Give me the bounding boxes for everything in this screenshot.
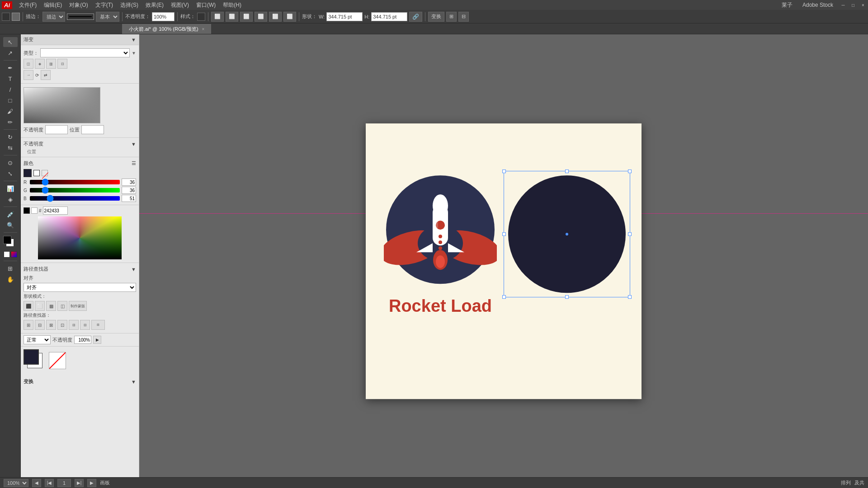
menu-select[interactable]: 选择(S) bbox=[117, 1, 142, 9]
stroke-swatch[interactable] bbox=[2, 13, 10, 21]
handle-mid-right[interactable] bbox=[628, 232, 632, 236]
panel-header-row[interactable]: 渐变 ▼ bbox=[24, 35, 136, 44]
menu-object[interactable]: 对象(O) bbox=[66, 1, 91, 9]
align-middle-btn[interactable]: ⬜ bbox=[269, 12, 282, 22]
height-input[interactable] bbox=[371, 12, 407, 21]
align-bottom-btn[interactable]: ⬜ bbox=[283, 12, 296, 22]
black-swatch-btn[interactable] bbox=[24, 207, 30, 214]
outline-btn[interactable]: ⊟ bbox=[69, 320, 79, 330]
no-fill-button[interactable] bbox=[49, 352, 66, 369]
tool-zoom[interactable]: 🔍 bbox=[3, 220, 18, 230]
tool-gradient[interactable]: ◈ bbox=[3, 194, 18, 204]
gradient-reverse-btn[interactable]: ⇄ bbox=[41, 70, 51, 80]
unite-btn[interactable]: ⬛ bbox=[24, 301, 33, 311]
transform-header[interactable]: 变换 ▼ bbox=[24, 376, 136, 387]
panel-collapse-icon[interactable]: ▼ bbox=[131, 37, 136, 42]
fill-mode-btn[interactable] bbox=[4, 251, 10, 258]
color-panel-icon[interactable]: ☰ bbox=[132, 160, 136, 166]
pathfinder-expand-btn[interactable]: ⊞ bbox=[91, 320, 105, 330]
handle-top-left[interactable] bbox=[502, 169, 506, 173]
prev-page-btn[interactable]: ◀ bbox=[32, 479, 41, 487]
blend-mode-select[interactable]: 正常 bbox=[24, 335, 51, 344]
tool-artboard[interactable]: ⊞ bbox=[3, 263, 18, 273]
expand-btn[interactable]: 制作蒙版 bbox=[69, 301, 87, 311]
handle-top-right[interactable] bbox=[628, 169, 632, 173]
menu-window[interactable]: 窗口(W) bbox=[193, 1, 219, 9]
g-slider[interactable] bbox=[30, 188, 120, 192]
menu-edit[interactable]: 编辑(E) bbox=[41, 1, 65, 9]
tool-brush[interactable]: 🖌 bbox=[3, 106, 18, 116]
close-button[interactable]: × bbox=[860, 2, 866, 8]
menu-help[interactable]: 帮助(H) bbox=[220, 1, 245, 9]
tab-close-btn[interactable]: × bbox=[202, 27, 205, 32]
tool-pen[interactable]: ✒ bbox=[3, 63, 18, 73]
gradient-type-btn3[interactable]: ▥ bbox=[46, 59, 56, 69]
secondary-color-swatch[interactable] bbox=[33, 170, 40, 176]
handle-mid-left[interactable] bbox=[502, 232, 506, 236]
pathfinder-header[interactable]: 路径查找器 ▼ bbox=[24, 265, 136, 273]
handle-bottom-left[interactable] bbox=[502, 295, 506, 299]
color-swatches[interactable] bbox=[3, 236, 18, 249]
handle-top-center[interactable] bbox=[565, 169, 569, 173]
tool-hand[interactable]: ✋ bbox=[3, 274, 18, 284]
handle-bottom-right[interactable] bbox=[628, 295, 632, 299]
tool-graph[interactable]: 📊 bbox=[3, 183, 18, 193]
tool-direct-select[interactable]: ↗ bbox=[3, 48, 18, 58]
white-swatch-btn[interactable] bbox=[31, 207, 38, 214]
arrange-btn[interactable]: ⊞ bbox=[446, 12, 457, 22]
link-dimensions-btn[interactable]: 🔗 bbox=[409, 12, 422, 22]
color-picker[interactable] bbox=[38, 216, 122, 259]
gradient-type-btn2[interactable]: ◈ bbox=[35, 59, 45, 69]
tool-mirror[interactable]: ⇆ bbox=[3, 143, 18, 153]
minus-back-btn[interactable]: ⊟ bbox=[80, 320, 90, 330]
tool-line[interactable]: / bbox=[3, 84, 18, 94]
b-slider[interactable] bbox=[30, 196, 120, 201]
gradient-type-btn4[interactable]: ⊡ bbox=[57, 59, 67, 69]
trim-btn[interactable]: ⊟ bbox=[35, 320, 45, 330]
menu-text[interactable]: 文字(T) bbox=[92, 1, 116, 9]
tool-warp[interactable]: ⊙ bbox=[3, 158, 18, 168]
exclude-btn[interactable]: ◫ bbox=[57, 301, 67, 311]
align-right-btn[interactable]: ⬜ bbox=[240, 12, 253, 22]
tool-select[interactable]: ↖ bbox=[3, 37, 18, 47]
gradient-type-btn1[interactable]: ◫ bbox=[24, 59, 33, 69]
location-input[interactable] bbox=[81, 125, 104, 134]
b-input[interactable] bbox=[122, 195, 136, 202]
next-page-btn[interactable]: ▶ bbox=[87, 479, 96, 487]
large-fill-swatch[interactable] bbox=[24, 349, 39, 365]
tool-rotate[interactable]: ↻ bbox=[3, 132, 18, 142]
page-input[interactable] bbox=[57, 479, 71, 487]
menu-file[interactable]: 文件(F) bbox=[16, 1, 40, 9]
gradient-arrow-btn[interactable]: → bbox=[24, 70, 33, 80]
type-select[interactable] bbox=[40, 48, 130, 57]
stroke-select[interactable]: 描边 bbox=[42, 12, 65, 22]
minus-front-btn[interactable]: ⬜ bbox=[35, 301, 45, 311]
opacity-input[interactable] bbox=[152, 12, 175, 21]
align-top-btn[interactable]: ⬜ bbox=[255, 12, 267, 22]
nav-btn-left[interactable]: |◀ bbox=[45, 479, 54, 487]
tool-rect[interactable]: □ bbox=[3, 95, 18, 105]
canvas-area[interactable]: Rocket Load bbox=[139, 34, 868, 477]
divide-btn[interactable]: ⊞ bbox=[24, 320, 33, 330]
more-btn[interactable]: ⊟ bbox=[458, 12, 469, 22]
opacity-arrow-btn[interactable]: ▶ bbox=[93, 336, 101, 344]
maximize-button[interactable]: □ bbox=[850, 2, 856, 8]
nav-btn-right[interactable]: ▶| bbox=[75, 479, 84, 487]
crop-btn[interactable]: ⊡ bbox=[57, 320, 67, 330]
merge-btn[interactable]: ⊠ bbox=[46, 320, 56, 330]
align-center-btn[interactable]: ⬜ bbox=[226, 12, 238, 22]
style-swatch[interactable] bbox=[197, 13, 205, 21]
align-left-btn[interactable]: ⬜ bbox=[211, 12, 224, 22]
transparency-expand-icon[interactable]: ▼ bbox=[131, 141, 136, 147]
large-fill-swatch-container[interactable] bbox=[24, 349, 46, 372]
minimize-button[interactable]: ─ bbox=[840, 2, 846, 8]
intersect-btn[interactable]: ▩ bbox=[46, 301, 56, 311]
r-slider[interactable] bbox=[30, 180, 120, 184]
stroke-color-swatch[interactable] bbox=[3, 236, 11, 244]
color-header[interactable]: 颜色 ☰ bbox=[24, 159, 136, 168]
active-color-swatch[interactable] bbox=[24, 169, 32, 177]
stroke-type-select[interactable]: 基本 bbox=[96, 12, 119, 22]
none-swatch[interactable] bbox=[42, 170, 48, 176]
outer-opacity-input[interactable] bbox=[74, 336, 91, 344]
color-mode-btn[interactable] bbox=[11, 251, 17, 258]
